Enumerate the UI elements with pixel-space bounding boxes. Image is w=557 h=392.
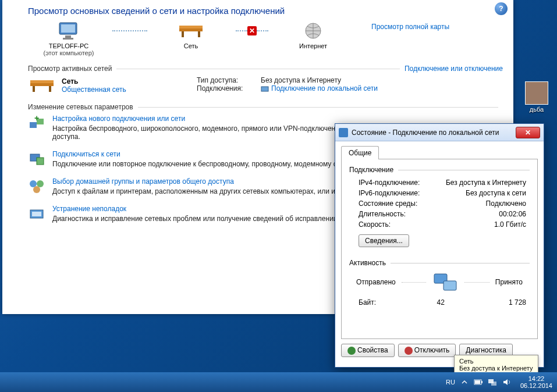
properties-button[interactable]: Свойства	[341, 344, 395, 357]
ipv4-label: IPv4-подключение:	[359, 179, 420, 187]
view-full-map-link[interactable]: Просмотр полной карты	[371, 23, 449, 31]
taskbar: RU 14:22 06.12.2014	[0, 372, 557, 392]
connections-label: Подключения:	[197, 84, 261, 92]
svg-rect-14	[30, 122, 37, 128]
battery-icon[interactable]	[474, 377, 483, 387]
desktop-shortcut-label: дьба	[521, 106, 552, 113]
tab-panel-general: Подключение IPv4-подключение:Без доступа…	[341, 159, 538, 339]
svg-rect-11	[33, 86, 35, 92]
svg-rect-9	[30, 83, 54, 86]
svg-rect-4	[179, 28, 203, 31]
section-change-settings-title: Изменение сетевых параметров	[28, 103, 133, 111]
svg-rect-5	[179, 26, 203, 28]
settings-item-link[interactable]: Настройка нового подключения или сети	[52, 115, 185, 123]
clock-date: 06.12.2014	[520, 382, 552, 389]
diagnose-button-label: Диагностика	[466, 346, 506, 354]
svg-rect-23	[32, 212, 41, 216]
svg-rect-13	[261, 87, 268, 91]
lang-indicator[interactable]: RU	[446, 379, 455, 386]
divider	[398, 170, 530, 170]
map-node-label: Сеть	[150, 42, 232, 49]
homegroup-icon	[28, 177, 45, 195]
map-node-label: TEPLOFF-PC	[28, 42, 109, 49]
dialog-title: Состояние - Подключение по локальной сет…	[352, 129, 499, 137]
desktop-shortcut[interactable]: дьба	[521, 81, 552, 113]
desktop-shortcut-thumb	[525, 81, 548, 105]
settings-item-desc: Диагностика и исправление сетевых пробле…	[52, 215, 339, 223]
svg-text:+: +	[34, 115, 39, 123]
svg-rect-2	[65, 35, 71, 38]
divider	[464, 282, 489, 283]
help-icon[interactable]: ?	[495, 2, 508, 15]
network-name: Сеть	[62, 77, 126, 85]
svg-rect-3	[63, 38, 73, 40]
settings-item-link[interactable]: Устранение неполадок	[52, 205, 126, 213]
active-network-row: Сеть Общественная сеть Тип доступа: Без …	[28, 76, 503, 95]
settings-item-link[interactable]: Подключиться к сети	[52, 150, 120, 158]
volume-icon[interactable]	[502, 377, 511, 387]
group-connection-title: Подключение	[349, 166, 393, 174]
media-label: Состояние среды:	[359, 199, 417, 208]
access-type-label: Тип доступа:	[197, 76, 261, 84]
access-type-value: Без доступа к Интернету	[261, 76, 341, 84]
svg-rect-27	[481, 381, 483, 383]
map-connector-1	[109, 20, 150, 41]
svg-point-19	[30, 180, 37, 187]
section-active-networks-title: Просмотр активных сетей	[28, 65, 112, 73]
tooltip-line2: Без доступа к Интернету	[459, 365, 533, 372]
nic-icon	[339, 128, 348, 137]
disable-button-label: Отключить	[414, 346, 450, 354]
nic-icon	[261, 84, 269, 92]
divider	[116, 69, 400, 69]
svg-rect-7	[198, 31, 200, 37]
clock-time: 14:22	[520, 375, 552, 382]
disable-button[interactable]: Отключить	[398, 344, 456, 357]
divider	[138, 107, 498, 108]
speed-label: Скорость:	[359, 220, 391, 229]
svg-rect-28	[475, 380, 480, 384]
map-connector-broken: ✕	[232, 20, 272, 41]
ipv6-value: Без доступа к сети	[466, 189, 526, 197]
svg-rect-10	[30, 80, 54, 83]
map-node-network: Сеть	[150, 20, 232, 49]
bytes-recv: 1 728	[509, 298, 526, 307]
settings-item-link[interactable]: Выбор домашней группы и параметров общег…	[52, 177, 234, 186]
recv-label: Принято	[495, 278, 523, 286]
tray-chevron-icon[interactable]	[460, 377, 469, 387]
svg-rect-25	[444, 281, 456, 290]
divider	[391, 263, 530, 263]
media-value: Подключено	[486, 199, 526, 208]
map-node-internet: Интернет	[272, 20, 354, 49]
map-node-label: Интернет	[272, 42, 354, 49]
duration-value: 00:02:06	[499, 210, 526, 218]
svg-rect-30	[491, 382, 496, 386]
disable-icon	[405, 347, 413, 355]
svg-point-20	[37, 180, 44, 187]
network-icon[interactable]	[488, 377, 497, 387]
network-type-link[interactable]: Общественная сеть	[62, 85, 126, 94]
ipv4-value: Без доступа к Интернету	[446, 179, 526, 187]
connect-disconnect-link[interactable]: Подключение или отключение	[405, 65, 503, 73]
gear-icon	[347, 347, 356, 355]
close-button[interactable]: ✕	[516, 127, 540, 138]
globe-icon	[272, 20, 354, 41]
duration-label: Длительность:	[359, 210, 406, 218]
dialog-titlebar[interactable]: Состояние - Подключение по локальной сет…	[335, 124, 544, 141]
new-connection-icon: +	[28, 115, 45, 132]
monitor-icon	[28, 20, 109, 41]
taskbar-clock[interactable]: 14:22 06.12.2014	[520, 375, 552, 389]
network-map: TEPLOFF-PC (этот компьютер) Сеть ✕ Интер…	[28, 20, 503, 56]
tooltip-line1: Сеть	[459, 358, 533, 365]
troubleshoot-icon	[28, 205, 45, 222]
connect-icon	[28, 150, 45, 168]
connection-status-dialog: Состояние - Подключение по локальной сет…	[335, 123, 544, 368]
group-activity-title: Активность	[349, 259, 386, 267]
two-pc-icon	[432, 270, 459, 294]
bench-icon	[28, 76, 56, 95]
details-button[interactable]: Сведения...	[359, 234, 409, 247]
svg-rect-6	[182, 31, 184, 37]
connection-link[interactable]: Подключение по локальной сети	[271, 84, 378, 92]
tab-general[interactable]: Общие	[341, 146, 379, 159]
system-tray: RU 14:22 06.12.2014	[446, 375, 552, 389]
svg-point-21	[33, 186, 40, 193]
